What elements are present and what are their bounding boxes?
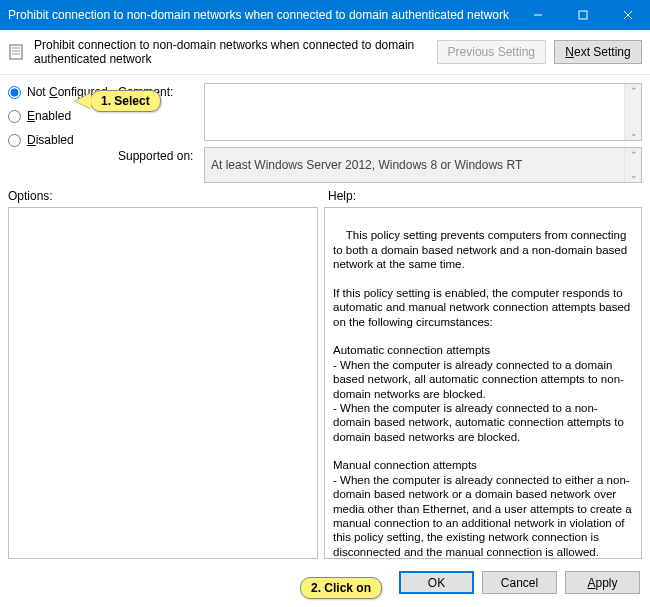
comment-row: Comment: ⌃ ⌄ (118, 83, 642, 141)
comment-scrollbar[interactable]: ⌃ ⌄ (624, 84, 641, 140)
policy-icon (8, 43, 26, 61)
chevron-up-icon: ⌃ (625, 84, 642, 98)
options-panel (8, 207, 318, 559)
chevron-up-icon: ⌃ (625, 148, 642, 162)
radio-disabled-input[interactable] (8, 134, 21, 147)
radio-not-configured-input[interactable] (8, 86, 21, 99)
apply-mnemonic: A (587, 576, 595, 590)
next-setting-label-rest: ext Setting (574, 45, 631, 59)
radio-enabled-input[interactable] (8, 110, 21, 123)
cancel-button[interactable]: Cancel (482, 571, 557, 594)
supported-row: Supported on: At least Windows Server 20… (118, 147, 642, 183)
help-label: Help: (328, 189, 642, 203)
supported-on-value: At least Windows Server 2012, Windows 8 … (211, 158, 522, 172)
apply-label-rest: pply (596, 576, 618, 590)
maximize-button[interactable] (560, 0, 605, 30)
supported-label: Supported on: (118, 147, 196, 183)
ok-button[interactable]: OK (399, 571, 474, 594)
window-title: Prohibit connection to non-domain networ… (8, 8, 515, 22)
help-text: This policy setting prevents computers f… (333, 229, 635, 559)
minimize-button[interactable] (515, 0, 560, 30)
policy-header: Prohibit connection to non-domain networ… (0, 30, 650, 75)
upper-section: Not Configured Enabled Disabled Comment:… (0, 75, 650, 187)
comment-label: Comment: (118, 83, 196, 141)
chevron-down-icon: ⌄ (625, 126, 642, 140)
chevron-down-icon: ⌄ (625, 168, 642, 182)
next-setting-button[interactable]: Next Setting (554, 40, 642, 64)
radio-disabled-label: Disabled (27, 133, 74, 147)
ok-label: OK (428, 576, 445, 590)
panel-labels-row: Options: Help: (0, 187, 650, 205)
options-label: Options: (8, 189, 318, 203)
radio-not-configured[interactable]: Not Configured (8, 85, 112, 99)
help-panel[interactable]: This policy setting prevents computers f… (324, 207, 642, 559)
close-button[interactable] (605, 0, 650, 30)
cancel-label: Cancel (501, 576, 538, 590)
dialog-button-row: OK Cancel Apply (0, 565, 650, 602)
policy-heading: Prohibit connection to non-domain networ… (34, 38, 429, 66)
supported-scrollbar[interactable]: ⌃ ⌄ (624, 148, 641, 182)
main-split: This policy setting prevents computers f… (0, 205, 650, 565)
previous-setting-button: Previous Setting (437, 40, 546, 64)
previous-setting-label: Previous Setting (448, 45, 535, 59)
svg-rect-4 (10, 45, 22, 59)
comment-input[interactable]: ⌃ ⌄ (204, 83, 642, 141)
next-setting-mnemonic: N (565, 45, 574, 59)
supported-on-box: At least Windows Server 2012, Windows 8 … (204, 147, 642, 183)
radio-disabled[interactable]: Disabled (8, 133, 112, 147)
fields-column: Comment: ⌃ ⌄ Supported on: At least Wind… (118, 83, 642, 183)
titlebar: Prohibit connection to non-domain networ… (0, 0, 650, 30)
radio-not-configured-label: Not Configured (27, 85, 108, 99)
radio-enabled[interactable]: Enabled (8, 109, 112, 123)
state-radio-group: Not Configured Enabled Disabled (8, 83, 112, 183)
apply-button[interactable]: Apply (565, 571, 640, 594)
radio-enabled-label: Enabled (27, 109, 71, 123)
svg-rect-1 (579, 11, 587, 19)
